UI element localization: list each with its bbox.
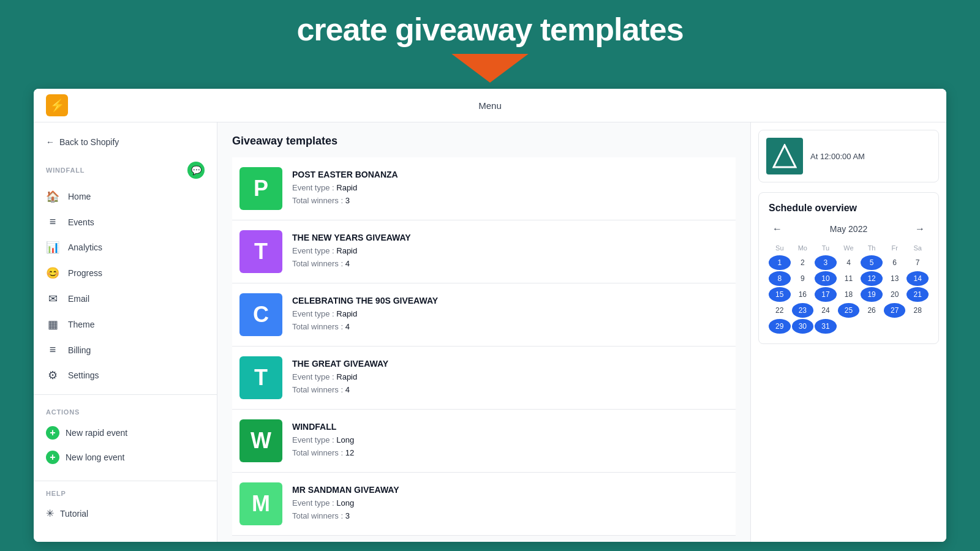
- template-thumb-windfall: W: [239, 419, 282, 462]
- template-winners-new-years: Total winners : 4: [292, 258, 728, 271]
- cal-day-14[interactable]: 14: [907, 271, 929, 286]
- cal-day-5[interactable]: 5: [861, 255, 883, 270]
- cal-day-11[interactable]: 11: [838, 271, 860, 286]
- cal-day-1[interactable]: 1: [769, 255, 791, 270]
- chat-icon[interactable]: 💬: [187, 162, 205, 179]
- cal-label-we: We: [838, 242, 860, 254]
- tutorial-icon: ✳: [46, 508, 54, 519]
- template-item-celebrating-90s[interactable]: C CELEBRATING THE 90S GIVEAWAY Event typ…: [232, 283, 736, 347]
- cal-label-fr: Fr: [884, 242, 906, 254]
- tutorial-label: Tutorial: [60, 509, 88, 519]
- template-item-windfall[interactable]: W WINDFALL Event type : Long Total winne…: [232, 410, 736, 473]
- new-long-plus-icon: +: [46, 451, 59, 464]
- back-arrow-icon: ←: [46, 137, 55, 147]
- template-name-new-years: THE NEW YEARS GIVEAWAY: [292, 233, 728, 242]
- template-item-great-giveaway[interactable]: T THE GREAT GIVEAWAY Event type : Rapid …: [232, 347, 736, 410]
- cal-day-23[interactable]: 23: [792, 303, 814, 318]
- cal-day-25[interactable]: 25: [838, 303, 860, 318]
- logo-icon: ⚡: [50, 98, 65, 113]
- new-rapid-event-button[interactable]: + New rapid event: [34, 421, 217, 445]
- sidebar-item-home-label: Home: [68, 192, 91, 201]
- cal-day-27[interactable]: 27: [884, 303, 906, 318]
- cal-day-13[interactable]: 13: [884, 271, 906, 286]
- template-info-celebrating-90s: CELEBRATING THE 90S GIVEAWAY Event type …: [292, 296, 728, 334]
- sidebar-item-home[interactable]: 🏠 Home: [34, 184, 217, 209]
- cal-day-18[interactable]: 18: [838, 287, 860, 302]
- menu-bar: ⚡ Menu: [34, 89, 946, 122]
- cal-day-2[interactable]: 2: [792, 255, 814, 270]
- schedule-title: Schedule overview: [769, 203, 929, 214]
- actions-section: ACTIONS + New rapid event + New long eve…: [34, 401, 217, 474]
- calendar-prev-button[interactable]: ←: [769, 222, 786, 236]
- help-label: HELP: [34, 487, 217, 502]
- new-long-event-button[interactable]: + New long event: [34, 445, 217, 470]
- cal-day-7[interactable]: 7: [907, 255, 929, 270]
- right-panel: At 12:00:00 AM Schedule overview ← May 2…: [750, 122, 946, 542]
- preview-logo-svg: [772, 144, 797, 168]
- cal-day-12[interactable]: 12: [861, 271, 883, 286]
- sidebar-item-email[interactable]: ✉ Email: [34, 286, 217, 312]
- sidebar-item-billing[interactable]: ≡ Billing: [34, 337, 217, 362]
- cal-day-29[interactable]: 29: [769, 319, 791, 334]
- cal-label-su: Su: [769, 242, 791, 254]
- cal-day-21[interactable]: 21: [907, 287, 929, 302]
- app-container: ⚡ Menu ← Back to Shopify WINDFALL 💬 🏠 Ho…: [34, 89, 946, 542]
- app-logo[interactable]: ⚡: [46, 94, 68, 116]
- cal-day-empty-4: [907, 319, 929, 334]
- help-divider: [34, 481, 217, 481]
- template-thumb-celebrating-90s: C: [239, 293, 282, 336]
- cal-day-empty-2: [861, 319, 883, 334]
- cal-day-6[interactable]: 6: [884, 255, 906, 270]
- cal-day-22[interactable]: 22: [769, 303, 791, 318]
- cal-day-16[interactable]: 16: [792, 287, 814, 302]
- tutorial-item[interactable]: ✳ Tutorial: [34, 502, 217, 525]
- sidebar-item-settings[interactable]: ⚙ Settings: [34, 362, 217, 388]
- cal-day-26[interactable]: 26: [861, 303, 883, 318]
- sidebar-item-events[interactable]: ≡ Events: [34, 209, 217, 234]
- progress-icon: 😊: [46, 266, 59, 280]
- cal-day-3[interactable]: 3: [815, 255, 837, 270]
- template-winners-celebrating-90s: Total winners : 4: [292, 321, 728, 334]
- cal-day-10[interactable]: 10: [815, 271, 837, 286]
- template-meta-windfall: Event type : Long: [292, 434, 728, 447]
- template-item-post-easter[interactable]: P POST EASTER BONANZA Event type : Rapid…: [232, 157, 736, 220]
- template-info-mr-sandman: MR SANDMAN GIVEAWAY Event type : Long To…: [292, 485, 728, 523]
- new-rapid-event-label: New rapid event: [66, 428, 127, 438]
- template-name-celebrating-90s: CELEBRATING THE 90S GIVEAWAY: [292, 296, 728, 305]
- sidebar-item-analytics[interactable]: 📊 Analytics: [34, 234, 217, 260]
- main-layout: ← Back to Shopify WINDFALL 💬 🏠 Home ≡ Ev…: [34, 122, 946, 542]
- cal-day-20[interactable]: 20: [884, 287, 906, 302]
- home-icon: 🏠: [46, 190, 59, 203]
- cal-label-tu: Tu: [815, 242, 837, 254]
- cal-day-9[interactable]: 9: [792, 271, 814, 286]
- cal-day-28[interactable]: 28: [907, 303, 929, 318]
- sidebar: ← Back to Shopify WINDFALL 💬 🏠 Home ≡ Ev…: [34, 122, 217, 542]
- template-item-new-years[interactable]: T THE NEW YEARS GIVEAWAY Event type : Ra…: [232, 220, 736, 283]
- sidebar-item-theme[interactable]: ▦ Theme: [34, 312, 217, 337]
- template-name-post-easter: POST EASTER BONANZA: [292, 170, 728, 179]
- cal-label-sa: Sa: [907, 242, 929, 254]
- cal-day-8[interactable]: 8: [769, 271, 791, 286]
- cal-day-17[interactable]: 17: [815, 287, 837, 302]
- cal-day-24[interactable]: 24: [815, 303, 837, 318]
- sidebar-item-progress[interactable]: 😊 Progress: [34, 260, 217, 286]
- template-info-post-easter: POST EASTER BONANZA Event type : Rapid T…: [292, 170, 728, 208]
- content-area: Giveaway templates P POST EASTER BONANZA…: [217, 122, 750, 542]
- calendar-grid: Su Mo Tu We Th Fr Sa 1 2 3 4 5 6 7 8: [769, 242, 929, 334]
- cal-day-31[interactable]: 31: [815, 319, 837, 334]
- template-item-mr-sandman[interactable]: M MR SANDMAN GIVEAWAY Event type : Long …: [232, 473, 736, 536]
- preview-card: At 12:00:00 AM: [758, 130, 939, 182]
- sidebar-item-progress-label: Progress: [68, 268, 102, 278]
- cal-day-15[interactable]: 15: [769, 287, 791, 302]
- cal-day-30[interactable]: 30: [792, 319, 814, 334]
- sidebar-item-billing-label: Billing: [68, 345, 91, 355]
- cal-day-empty-1: [838, 319, 860, 334]
- cal-day-4[interactable]: 4: [838, 255, 860, 270]
- cal-day-19[interactable]: 19: [861, 287, 883, 302]
- back-to-shopify[interactable]: ← Back to Shopify: [34, 132, 217, 152]
- back-label: Back to Shopify: [59, 137, 119, 147]
- template-winners-mr-sandman: Total winners : 3: [292, 510, 728, 523]
- cal-label-mo: Mo: [792, 242, 814, 254]
- calendar-next-button[interactable]: →: [911, 222, 929, 236]
- windfall-header: WINDFALL 💬: [34, 159, 217, 184]
